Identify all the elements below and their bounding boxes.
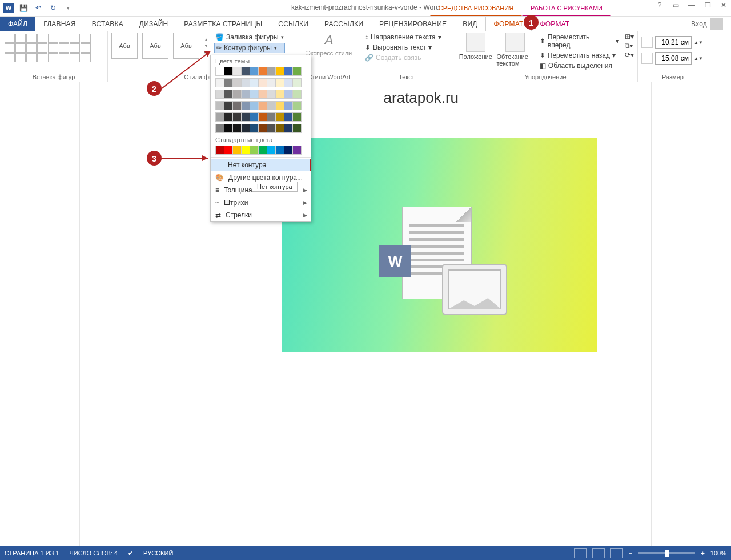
color-swatch[interactable] xyxy=(250,146,259,155)
print-layout-icon[interactable] xyxy=(592,548,605,558)
shapes-gallery[interactable] xyxy=(3,33,92,63)
minimize-icon[interactable]: — xyxy=(686,1,697,9)
group-icon[interactable]: ⧉▾ xyxy=(625,42,634,50)
color-swatch[interactable] xyxy=(232,90,242,99)
align-icon[interactable]: ⊞▾ xyxy=(625,33,634,41)
color-swatch[interactable] xyxy=(267,67,276,76)
color-swatch[interactable] xyxy=(241,78,250,87)
color-swatch[interactable] xyxy=(232,124,242,133)
color-swatch[interactable] xyxy=(258,78,267,87)
word-count[interactable]: ЧИСЛО СЛОВ: 4 xyxy=(70,550,118,557)
color-swatch[interactable] xyxy=(224,101,233,110)
page-indicator[interactable]: СТРАНИЦА 1 ИЗ 1 xyxy=(5,550,59,557)
color-swatch[interactable] xyxy=(250,78,259,87)
color-swatch[interactable] xyxy=(275,101,284,110)
style-preset[interactable]: Абв xyxy=(111,33,138,59)
color-swatch[interactable] xyxy=(241,112,250,122)
color-swatch[interactable] xyxy=(267,101,276,110)
selection-pane-button[interactable]: ◧ Область выделения xyxy=(539,61,620,70)
color-swatch[interactable] xyxy=(232,146,242,155)
express-styles-label[interactable]: Экспресс-стили xyxy=(306,50,352,57)
send-backward-button[interactable]: ⬇ Переместить назад ▾ xyxy=(539,51,620,60)
login-link[interactable]: Вход xyxy=(683,17,731,31)
wrap-text-button[interactable]: Обтекание текстом xyxy=(496,33,533,67)
color-swatch[interactable] xyxy=(224,124,233,133)
bring-forward-button[interactable]: ⬆ Переместить вперед ▾ xyxy=(539,33,620,50)
color-swatch[interactable] xyxy=(267,112,276,122)
no-outline-item[interactable]: Нет контура Нет контура xyxy=(211,159,311,171)
color-swatch[interactable] xyxy=(284,112,293,122)
color-swatch[interactable] xyxy=(284,78,293,87)
ribbon-collapse-icon[interactable]: ▭ xyxy=(670,1,681,9)
tab-references[interactable]: ССЫЛКИ xyxy=(270,17,316,31)
color-swatch[interactable] xyxy=(284,101,293,110)
color-swatch[interactable] xyxy=(275,78,284,87)
zoom-level[interactable]: 100% xyxy=(710,550,726,557)
color-swatch[interactable] xyxy=(250,112,259,122)
zoom-in-icon[interactable]: + xyxy=(701,550,704,557)
color-swatch[interactable] xyxy=(232,78,242,87)
document-canvas[interactable]: Ур aratapok.ru W xyxy=(0,82,731,546)
color-swatch[interactable] xyxy=(241,67,250,76)
tab-format-picture[interactable]: ФОРМАТ xyxy=(532,17,577,31)
maximize-icon[interactable]: ❐ xyxy=(702,1,713,9)
tab-mailings[interactable]: РАССЫЛКИ xyxy=(316,17,371,31)
color-swatch[interactable] xyxy=(224,78,233,87)
color-swatch[interactable] xyxy=(292,112,302,122)
color-swatch[interactable] xyxy=(215,124,224,133)
color-swatch[interactable] xyxy=(232,112,242,122)
color-swatch[interactable] xyxy=(215,101,224,110)
color-swatch[interactable] xyxy=(284,90,293,99)
width-input[interactable] xyxy=(655,52,692,65)
tab-layout[interactable]: РАЗМЕТКА СТРАНИЦЫ xyxy=(176,17,270,31)
redo-icon[interactable]: ↻ xyxy=(47,2,59,14)
color-swatch[interactable] xyxy=(292,78,302,87)
text-direction-button[interactable]: ↕ Направление текста ▾ xyxy=(364,33,443,42)
color-swatch[interactable] xyxy=(258,146,267,155)
color-swatch[interactable] xyxy=(224,146,233,155)
color-swatch[interactable] xyxy=(250,90,259,99)
tab-home[interactable]: ГЛАВНАЯ xyxy=(35,17,83,31)
tab-file[interactable]: ФАЙЛ xyxy=(0,17,35,31)
height-input[interactable] xyxy=(655,36,692,49)
color-swatch[interactable] xyxy=(250,67,259,76)
help-icon[interactable]: ? xyxy=(654,1,665,9)
color-swatch[interactable] xyxy=(292,67,302,76)
width-field[interactable]: ▲▼ xyxy=(641,52,703,65)
tab-review[interactable]: РЕЦЕНЗИРОВАНИЕ xyxy=(371,17,455,31)
color-swatch[interactable] xyxy=(267,78,276,87)
color-swatch[interactable] xyxy=(258,90,267,99)
color-swatch[interactable] xyxy=(258,101,267,110)
color-swatch[interactable] xyxy=(292,90,302,99)
tab-view[interactable]: ВИД xyxy=(455,17,485,31)
tab-design[interactable]: ДИЗАЙН xyxy=(131,17,176,31)
proofing-icon[interactable]: ✔ xyxy=(128,550,133,557)
color-swatch[interactable] xyxy=(224,112,233,122)
color-swatch[interactable] xyxy=(284,124,293,133)
rotate-icon[interactable]: ⟳▾ xyxy=(625,51,634,59)
arrows-item[interactable]: ⇄Стрелки▶ xyxy=(211,209,311,221)
color-swatch[interactable] xyxy=(232,101,242,110)
color-swatch[interactable] xyxy=(275,67,284,76)
color-swatch[interactable] xyxy=(267,124,276,133)
theme-color-swatches[interactable] xyxy=(211,66,311,77)
color-swatch[interactable] xyxy=(241,124,250,133)
qat-dropdown-icon[interactable]: ▾ xyxy=(62,2,74,14)
color-swatch[interactable] xyxy=(267,90,276,99)
theme-tint-row[interactable] xyxy=(211,77,311,88)
color-swatch[interactable] xyxy=(292,101,302,110)
color-swatch[interactable] xyxy=(284,146,293,155)
color-swatch[interactable] xyxy=(232,67,242,76)
read-mode-icon[interactable] xyxy=(574,548,587,558)
theme-tint-row[interactable] xyxy=(211,100,311,111)
zoom-slider[interactable] xyxy=(638,552,695,554)
undo-icon[interactable]: ↶ xyxy=(32,2,45,14)
color-swatch[interactable] xyxy=(215,112,224,122)
color-swatch[interactable] xyxy=(224,90,233,99)
height-field[interactable]: ▲▼ xyxy=(641,36,703,49)
align-text-button[interactable]: ⬍ Выровнять текст ▾ xyxy=(364,43,443,52)
theme-tint-row[interactable] xyxy=(211,123,311,134)
color-swatch[interactable] xyxy=(275,146,284,155)
zoom-out-icon[interactable]: − xyxy=(629,550,632,557)
color-swatch[interactable] xyxy=(267,146,276,155)
